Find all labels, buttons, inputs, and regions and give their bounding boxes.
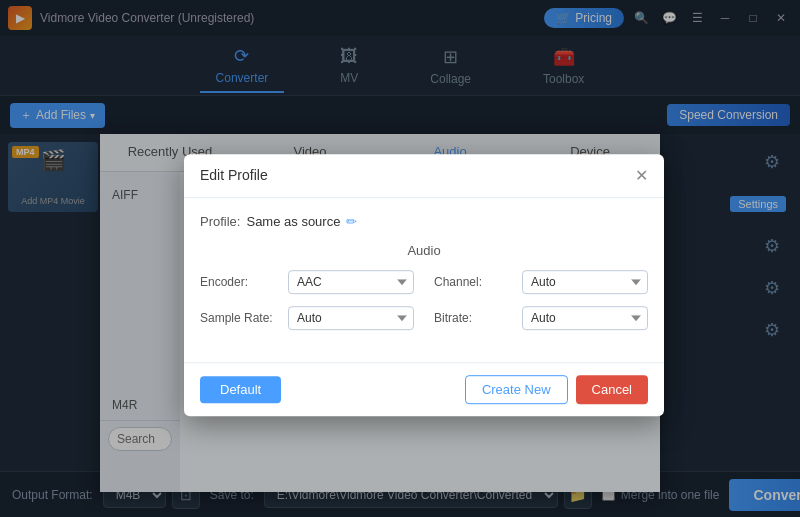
default-button[interactable]: Default	[200, 376, 281, 403]
encoder-row: Encoder: AAC	[200, 270, 414, 294]
dialog-title: Edit Profile	[200, 167, 268, 183]
cancel-button[interactable]: Cancel	[576, 375, 648, 404]
profile-row: Profile: Same as source ✏	[200, 214, 648, 229]
bitrate-select[interactable]: Auto	[522, 306, 648, 330]
sample-rate-row: Sample Rate: Auto	[200, 306, 414, 330]
sample-rate-select[interactable]: Auto	[288, 306, 414, 330]
dialog-header: Edit Profile ✕	[184, 154, 664, 198]
channel-label: Channel:	[434, 275, 514, 289]
profile-value: Same as source	[246, 214, 340, 229]
dialog-footer: Default Create New Cancel	[184, 362, 664, 416]
audio-section-label: Audio	[200, 243, 648, 258]
dialog-close-button[interactable]: ✕	[635, 166, 648, 185]
encoder-select[interactable]: AAC	[288, 270, 414, 294]
channel-row: Channel: Auto	[434, 270, 648, 294]
encoder-label: Encoder:	[200, 275, 280, 289]
bitrate-row: Bitrate: Auto	[434, 306, 648, 330]
bitrate-label: Bitrate:	[434, 311, 514, 325]
create-new-button[interactable]: Create New	[465, 375, 568, 404]
channel-select[interactable]: Auto	[522, 270, 648, 294]
dialog-body: Profile: Same as source ✏ Audio Encoder:…	[184, 198, 664, 362]
sample-rate-label: Sample Rate:	[200, 311, 280, 325]
edit-profile-dialog: Edit Profile ✕ Profile: Same as source ✏…	[184, 154, 664, 416]
profile-label: Profile:	[200, 214, 240, 229]
form-grid: Encoder: AAC Channel: Auto Sample Rate: …	[200, 270, 648, 330]
edit-profile-icon[interactable]: ✏	[346, 214, 357, 229]
